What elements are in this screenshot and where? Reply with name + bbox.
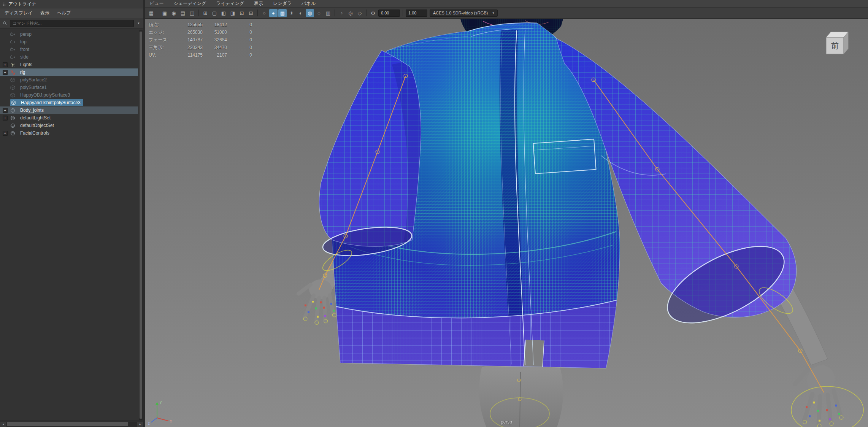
outliner-item-facialcontrols[interactable]: + FacialControls [0,129,138,137]
item-label: front [19,46,31,52]
viewport-canvas[interactable] [145,19,868,427]
body-hips[interactable] [479,363,563,427]
outliner-item-defaultlightset[interactable]: + defaultLightSet [0,114,138,122]
menu-help[interactable]: ヘルプ [57,10,71,16]
menu-lighting[interactable]: ライティング [216,0,244,7]
expand-toggle[interactable]: + [3,116,8,121]
hud-triangles-label: 三角形: [149,44,178,51]
item-label: polySurface1 [19,84,48,90]
command-search-input[interactable] [10,20,134,27]
item-label: Lights [19,62,34,68]
hud-faces-extra: 0 [227,37,252,43]
hud-uv-selected: 2107 [203,52,227,58]
menu-view[interactable]: ビュー [150,0,164,7]
gamma-field[interactable] [406,10,427,17]
set-icon [10,130,17,136]
isolate-select-icon[interactable]: ◇ [355,9,364,17]
panel-grip-icon[interactable] [3,2,6,6]
outliner-item-side[interactable]: side [0,53,138,61]
view-cube[interactable]: 前 [821,28,851,58]
smooth-shade-icon[interactable]: ● [269,9,278,17]
menu-show[interactable]: 表示 [254,0,263,7]
wireframe-icon[interactable]: ○ [260,9,268,17]
hud-faces-total: 140787 [178,37,203,43]
rig-icon [10,70,17,75]
camera-lock-icon[interactable]: ◉ [170,9,178,17]
xray-icon[interactable]: ◔ [337,9,346,17]
outliner-item-body-joints[interactable]: + Body_joints [0,106,138,114]
item-label: persp [19,31,33,37]
safe-action-icon[interactable]: ⊟ [247,9,255,17]
camera-icon [10,32,17,37]
expand-toggle[interactable]: + [3,108,8,113]
search-icon [2,20,8,26]
menu-shading[interactable]: シェーディング [174,0,206,7]
xray-joints-icon[interactable]: ◎ [346,9,355,17]
outliner-tree: persp top front side + Lights [0,29,143,421]
film-gate-icon[interactable]: ▢ [210,9,219,17]
search-dropdown-caret[interactable]: ▾ [136,21,141,25]
set-icon [10,115,17,121]
textured-icon[interactable]: ▩ [278,9,287,17]
menu-show[interactable]: 表示 [40,10,49,16]
scrollbar-thumb[interactable] [7,422,128,426]
item-label: FacialControls [19,130,51,136]
expand-toggle[interactable]: + [3,62,8,67]
image-plane-icon[interactable]: ◫ [188,9,196,17]
scrollbar-thumb[interactable] [140,32,142,419]
multisample-icon[interactable]: ▥ [324,9,332,17]
view-transform-dropdown[interactable]: ACES 1.0 SDR-video (sRGB) ▾ [430,10,498,17]
outliner-horizontal-scrollbar[interactable]: ◂ ▸ [0,421,143,427]
outliner-item-happyobj-polysurface3[interactable]: HappyOBJ:polySurface3 [0,91,138,99]
mesh-icon [10,77,17,83]
hud-triangles-selected: 34470 [203,45,227,50]
expand-toggle[interactable]: + [3,131,8,136]
search-bar: ▾ [0,18,143,29]
motion-blur-icon[interactable]: ◌ [315,9,323,17]
bookmark-icon[interactable]: ▤ [179,9,187,17]
scroll-right-arrow[interactable]: ▸ [137,422,143,427]
camera-select-icon[interactable]: ▣ [160,9,169,17]
item-label: HappyOBJ:polySurface3 [19,92,71,98]
menu-display[interactable]: ディスプレイ [5,10,33,16]
panel-title: アウトライナ [8,1,36,7]
view-cube-front-label: 前 [831,41,839,50]
set-icon [10,108,17,113]
shadows-icon[interactable]: ◐ [297,9,305,17]
view-transform-value: ACES 1.0 SDR-video (sRGB) [433,11,488,15]
hud-faces-label: フェース: [149,37,178,43]
hud-edges-selected: 51080 [203,30,227,35]
field-chart-icon[interactable]: ⊡ [238,9,246,17]
outliner-vertical-scrollbar[interactable] [139,30,143,420]
item-label: HappyandTshirt:polySurface3 [19,100,82,106]
outliner-panel: アウトライナ ディスプレイ 表示 ヘルプ ▾ persp top [0,0,143,427]
outliner-item-persp[interactable]: persp [0,30,138,38]
hud-faces-selected: 32684 [203,37,227,43]
hud-uv-label: UV: [149,52,178,58]
outliner-item-top[interactable]: top [0,38,138,46]
lights-icon[interactable]: ☀ [287,9,296,17]
outliner-item-polysurface1[interactable]: polySurface1 [0,84,138,91]
outliner-item-lights[interactable]: + Lights [0,61,138,68]
menu-panels[interactable]: パネル [301,0,316,7]
exposure-gear-icon[interactable]: ⚙ [369,9,377,17]
expand-toggle[interactable]: + [3,70,8,75]
outliner-item-happyandtshirt-polysurface3[interactable]: HappyandTshirt:polySurface3 [0,99,138,106]
poly-count-hud: 頂点: 125655 18412 0 エッジ: 265838 51080 0 フ… [149,21,252,59]
item-label: defaultLightSet [19,115,52,121]
outliner-item-polysurface2[interactable]: polySurface2 [0,76,138,84]
outliner-item-defaultobjectset[interactable]: defaultObjectSet [0,122,138,129]
outliner-item-front[interactable]: front [0,46,138,53]
outliner-item-rig[interactable]: + rig [0,68,138,76]
resolution-gate-icon[interactable]: ◧ [219,9,228,17]
menu-renderer[interactable]: レンダラ [273,0,292,7]
ao-icon[interactable]: ◍ [306,9,314,17]
exposure-field[interactable] [378,10,400,17]
camera-icon [10,47,17,52]
panel-menu-icon[interactable]: ▦ [147,9,156,17]
scrollbar-track[interactable] [6,422,137,427]
scroll-left-arrow[interactable]: ◂ [0,422,6,427]
grid-icon[interactable]: ⊞ [201,9,209,17]
gate-mask-icon[interactable]: ◨ [229,9,237,17]
hud-uv-total: 114175 [178,52,203,58]
